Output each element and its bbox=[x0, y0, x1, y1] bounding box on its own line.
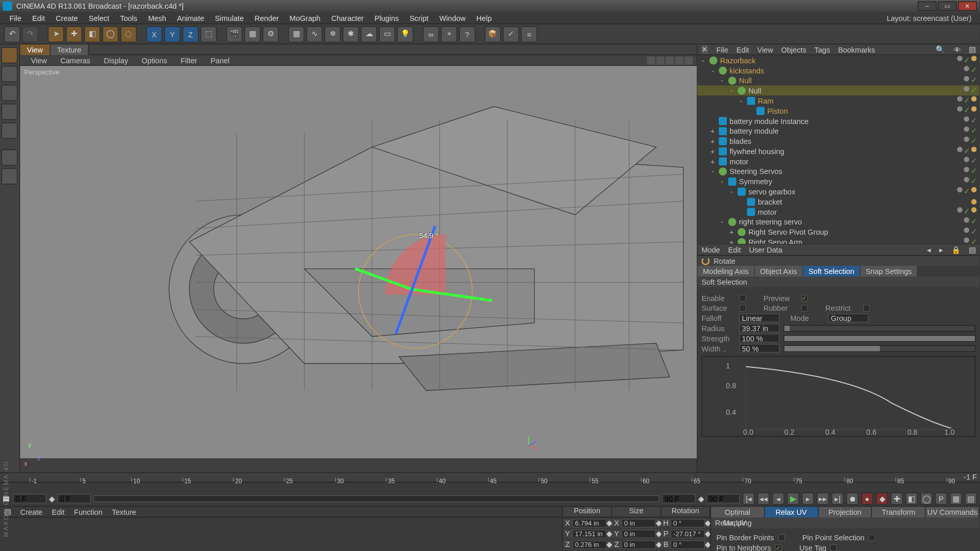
timeline-ruler[interactable]: -151015202530354045505560657075808590-1 … bbox=[0, 473, 979, 482]
menu-animate[interactable]: Animate bbox=[172, 14, 209, 22]
pin-point-checkbox[interactable] bbox=[868, 534, 875, 541]
eye-icon[interactable]: 👁 bbox=[953, 45, 961, 54]
attr-userdata[interactable]: User Data bbox=[749, 245, 782, 254]
vmenu-filter[interactable]: Filter bbox=[174, 56, 204, 64]
menu-window[interactable]: Window bbox=[434, 14, 471, 22]
next-frame-button[interactable]: ▸ bbox=[802, 493, 814, 505]
uv-tab-relax[interactable]: Relax UV bbox=[765, 507, 818, 517]
close-panel-icon[interactable]: ✕ bbox=[701, 45, 708, 54]
object-tag-icon[interactable]: ✓ bbox=[971, 167, 977, 176]
rotate-tool[interactable]: ◯ bbox=[102, 26, 118, 42]
coord-pos-field[interactable]: 0.276 in bbox=[572, 540, 606, 548]
object-name[interactable]: Steering Servos bbox=[730, 167, 964, 176]
object-tag-icon[interactable] bbox=[964, 177, 970, 183]
menu-create[interactable]: Create bbox=[51, 14, 84, 22]
om-view[interactable]: View bbox=[757, 45, 773, 54]
object-tag-icon[interactable] bbox=[964, 228, 970, 233]
object-tag-icon[interactable] bbox=[964, 137, 970, 142]
attr-edit[interactable]: Edit bbox=[728, 245, 741, 254]
coord-size-field[interactable]: 0 in bbox=[621, 518, 655, 527]
expand-icon[interactable]: - bbox=[700, 56, 707, 64]
menu-help[interactable]: Help bbox=[471, 14, 497, 22]
falloff-curve[interactable]: 1 0.8 0.4 0.0 0.2 0.4 0.6 0.8 1.0 bbox=[701, 356, 975, 437]
coord-size-field[interactable]: 0 in bbox=[621, 540, 655, 548]
axis-mode[interactable] bbox=[2, 149, 18, 166]
object-name[interactable]: motor bbox=[730, 157, 964, 165]
expand-icon[interactable]: - bbox=[728, 86, 735, 94]
vmenu-view[interactable]: View bbox=[24, 56, 54, 64]
expand-icon[interactable]: + bbox=[728, 228, 735, 236]
coord-system-button[interactable]: ⬚ bbox=[201, 26, 217, 42]
softselect-mode[interactable] bbox=[2, 168, 18, 185]
object-tag-icon[interactable]: ✓ bbox=[964, 207, 970, 216]
move-tool[interactable]: ✚ bbox=[66, 26, 82, 42]
object-name[interactable]: motor bbox=[758, 208, 957, 216]
object-tag-icon[interactable]: ✓ bbox=[971, 76, 977, 85]
object-row[interactable]: -Null✓ bbox=[697, 86, 979, 96]
range-end-field[interactable] bbox=[706, 494, 740, 503]
minimize-button[interactable]: – bbox=[918, 2, 937, 11]
menu-file[interactable]: File bbox=[4, 14, 27, 22]
expand-icon[interactable]: - bbox=[709, 167, 716, 176]
vmenu-display[interactable]: Display bbox=[97, 56, 135, 64]
object-tag-icon[interactable]: ✓ bbox=[971, 228, 977, 236]
link-icon[interactable]: ∞ bbox=[423, 26, 439, 42]
prev-frame-button[interactable]: ◂ bbox=[772, 493, 785, 505]
expand-icon[interactable]: - bbox=[738, 96, 745, 105]
viewport[interactable]: Perspective bbox=[20, 66, 697, 472]
object-tag-icon[interactable] bbox=[971, 207, 977, 213]
render-settings-button[interactable]: ⚙ bbox=[262, 26, 279, 42]
object-tag-icon[interactable] bbox=[958, 187, 963, 193]
view-nav-icon[interactable] bbox=[656, 56, 665, 64]
expand-icon[interactable]: - bbox=[728, 187, 735, 195]
object-tag-icon[interactable] bbox=[958, 96, 963, 102]
object-name[interactable]: kickstands bbox=[730, 66, 964, 74]
vmenu-cameras[interactable]: Cameras bbox=[54, 56, 97, 64]
object-tag-icon[interactable] bbox=[964, 76, 970, 82]
goto-start-button[interactable]: |◂ bbox=[743, 493, 755, 505]
object-tag-icon[interactable]: ✓ bbox=[964, 96, 970, 105]
object-tag-icon[interactable]: ✓ bbox=[971, 177, 977, 186]
key-pos-button[interactable]: ✚ bbox=[891, 493, 903, 505]
surface-checkbox[interactable] bbox=[739, 305, 746, 311]
frame-end-field[interactable] bbox=[662, 494, 696, 503]
object-tag-icon[interactable] bbox=[964, 217, 970, 223]
om-tags[interactable]: Tags bbox=[815, 45, 830, 54]
expand-icon[interactable]: + bbox=[709, 147, 716, 155]
view-tab[interactable]: View bbox=[20, 44, 51, 55]
object-name[interactable]: Right Servo Pivot Group bbox=[749, 228, 964, 236]
vmenu-panel[interactable]: Panel bbox=[204, 56, 236, 64]
expand-icon[interactable]: + bbox=[709, 127, 716, 135]
edge-mode[interactable] bbox=[2, 104, 18, 120]
autokey-button[interactable]: ● bbox=[861, 493, 873, 505]
object-name[interactable]: Right Servo Arm bbox=[749, 238, 964, 243]
expand-icon[interactable]: - bbox=[709, 66, 716, 74]
coord-rot-field[interactable]: 0 ° bbox=[671, 540, 705, 548]
key-scale-button[interactable]: ◧ bbox=[905, 493, 918, 505]
tab-snap-settings[interactable]: Snap Settings bbox=[860, 266, 918, 277]
object-tag-icon[interactable]: ✓ bbox=[971, 116, 977, 125]
goto-end-button[interactable]: ▸| bbox=[831, 493, 844, 505]
key-rot-button[interactable]: ◯ bbox=[920, 493, 933, 505]
om-file[interactable]: File bbox=[716, 45, 728, 54]
object-tag-icon[interactable] bbox=[964, 238, 970, 243]
object-row[interactable]: bracket bbox=[697, 196, 979, 207]
keyframe-button[interactable]: ◆ bbox=[876, 493, 888, 505]
object-name[interactable]: right steering servo bbox=[739, 218, 964, 226]
object-tag-icon[interactable] bbox=[971, 106, 977, 112]
object-name[interactable]: Null bbox=[739, 77, 964, 85]
content-browser-button[interactable]: 📦 bbox=[485, 26, 501, 42]
pin-border-checkbox[interactable] bbox=[778, 534, 785, 541]
object-tag-icon[interactable] bbox=[964, 66, 970, 71]
tab-modeling-axis[interactable]: Modeling Axis bbox=[697, 266, 754, 277]
object-row[interactable]: +Right Servo Arm✓ bbox=[697, 237, 979, 243]
spline-button[interactable]: ∿ bbox=[306, 26, 323, 42]
generator-button[interactable]: ❄ bbox=[325, 26, 341, 42]
axis-y-button[interactable]: Y bbox=[164, 26, 181, 42]
menu-plugins[interactable]: Plugins bbox=[369, 14, 404, 22]
polygon-mode[interactable] bbox=[2, 122, 18, 139]
object-row[interactable]: +motor✓ bbox=[697, 156, 979, 166]
key-pla-button[interactable]: ▦ bbox=[950, 493, 962, 505]
coord-pos-field[interactable]: 17.151 in bbox=[572, 529, 606, 538]
object-name[interactable]: battery module bbox=[730, 127, 964, 135]
